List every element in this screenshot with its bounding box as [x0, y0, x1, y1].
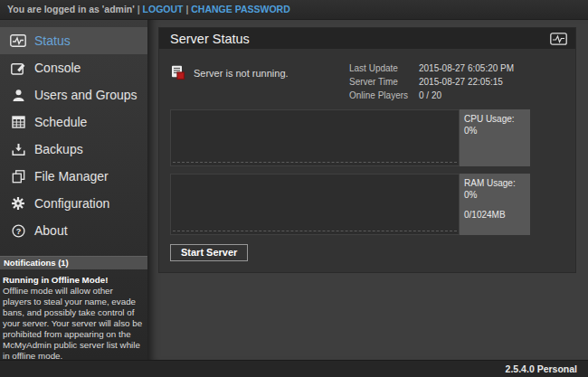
svg-text:?: ?	[15, 226, 21, 235]
info-label: Server Time	[349, 75, 419, 89]
logged-in-text: You are logged in as 'admin'	[7, 4, 135, 14]
panel-header: Server Status	[159, 28, 575, 49]
notifications-header: Notifications (1)	[0, 256, 147, 269]
page-title: Server Status	[170, 32, 550, 46]
info-label: Online Players	[349, 89, 419, 102]
console-icon	[10, 61, 26, 75]
chart-baseline	[173, 162, 457, 163]
server-state-message: Server is not running.	[194, 65, 289, 79]
sidebar-item-configuration[interactable]: Configuration	[0, 190, 147, 217]
status-chart-icon	[550, 33, 567, 45]
logout-link[interactable]: LOGOUT	[143, 4, 184, 14]
status-chart-icon	[10, 33, 26, 48]
start-server-button[interactable]: Start Server	[170, 244, 248, 261]
gear-icon	[10, 196, 26, 211]
info-value: 2015-08-27 22:05:15	[419, 75, 503, 89]
sidebar-item-label: Status	[34, 33, 71, 48]
notification-title: Running in Offline Mode!	[3, 275, 144, 286]
sidebar-item-status[interactable]: Status	[0, 27, 147, 54]
sidebar-item-label: Users and Groups	[34, 88, 138, 102]
main-area: Server Status	[147, 20, 588, 360]
panel-body: Server is not running. Last Update 2015-…	[159, 49, 575, 272]
status-row: Server is not running. Last Update 2015-…	[170, 61, 530, 102]
server-stopped-icon	[170, 65, 185, 80]
sidebar-item-file-manager[interactable]: File Manager	[0, 163, 147, 190]
info-row-server-time: Server Time 2015-08-27 22:05:15	[349, 75, 530, 89]
schedule-icon	[10, 115, 26, 129]
sidebar-item-label: Backups	[34, 142, 83, 156]
sidebar-item-label: Schedule	[34, 115, 87, 129]
chart-baseline	[173, 231, 457, 231]
ram-usage-value: 0%	[464, 190, 526, 202]
sidebar-item-label: File Manager	[34, 169, 109, 184]
notifications-panel: Notifications (1) Running in Offline Mod…	[0, 256, 147, 362]
cpu-usage-label: CPU Usage:	[464, 114, 526, 126]
question-icon: ?	[10, 223, 26, 238]
info-row-last-update: Last Update 2015-08-27 6:05:20 PM	[349, 61, 530, 75]
users-icon	[10, 88, 26, 102]
sidebar-item-console[interactable]: Console	[0, 54, 147, 81]
server-info-table: Last Update 2015-08-27 6:05:20 PM Server…	[349, 61, 530, 102]
change-password-link[interactable]: CHANGE PASSWORD	[191, 4, 289, 14]
sidebar-item-users-and-groups[interactable]: Users and Groups	[0, 81, 147, 108]
ram-usage-section: RAM Usage: 0% 0/1024MB	[170, 174, 530, 235]
info-row-online-players: Online Players 0 / 20	[349, 89, 530, 102]
server-state: Server is not running.	[170, 61, 349, 80]
ram-usage-detail: 0/1024MB	[464, 210, 526, 221]
sidebar-item-label: About	[34, 223, 68, 238]
cpu-usage-chart	[170, 109, 460, 166]
sidebar-item-backups[interactable]: Backups	[0, 136, 147, 163]
cpu-usage-section: CPU Usage: 0%	[170, 109, 530, 166]
sidebar-item-about[interactable]: ? About	[0, 217, 147, 244]
info-label: Last Update	[349, 61, 419, 75]
footer-bar: 2.5.4.0 Personal	[0, 360, 588, 377]
sidebar-item-schedule[interactable]: Schedule	[0, 108, 147, 136]
file-manager-icon	[10, 169, 26, 184]
ram-usage-label: RAM Usage:	[464, 178, 526, 190]
sidebar: Status Console Users and Groups	[0, 20, 147, 360]
server-status-panel: Server Status	[158, 27, 576, 273]
info-value: 2015-08-27 6:05:20 PM	[419, 61, 514, 75]
sidebar-item-label: Console	[34, 61, 81, 75]
info-value: 0 / 20	[419, 89, 441, 102]
cpu-usage-label-box: CPU Usage: 0%	[460, 109, 530, 166]
version-label: 2.5.4.0 Personal	[506, 363, 577, 374]
cpu-usage-value: 0%	[464, 126, 526, 137]
notification-item: Running in Offline Mode! Offline mode wi…	[0, 269, 147, 362]
ram-usage-label-box: RAM Usage: 0% 0/1024MB	[460, 174, 530, 235]
notification-body-text: Offline mode will allow other players to…	[3, 286, 144, 362]
sidebar-item-label: Configuration	[34, 196, 109, 211]
top-bar: You are logged in as 'admin' | LOGOUT | …	[0, 0, 588, 20]
sidebar-nav: Status Console Users and Groups	[0, 20, 147, 244]
backups-icon	[10, 142, 26, 156]
ram-usage-chart	[170, 174, 460, 235]
